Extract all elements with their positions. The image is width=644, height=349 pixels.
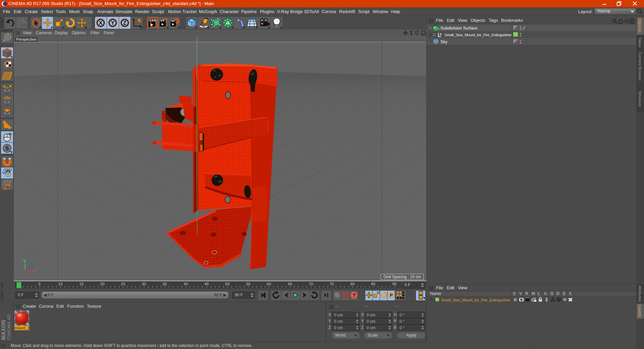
svg-text:Y: Y bbox=[111, 20, 115, 26]
svg-text:S: S bbox=[5, 146, 9, 151]
svg-text:P: P bbox=[390, 293, 393, 298]
svg-text:Y: Y bbox=[23, 259, 26, 264]
svg-text:Z: Z bbox=[123, 20, 126, 26]
svg-text:X: X bbox=[31, 269, 34, 275]
svg-text:Z: Z bbox=[31, 264, 34, 269]
svg-text:?: ? bbox=[353, 292, 356, 298]
svg-text:0: 0 bbox=[440, 33, 441, 36]
svg-text:X: X bbox=[99, 20, 103, 26]
